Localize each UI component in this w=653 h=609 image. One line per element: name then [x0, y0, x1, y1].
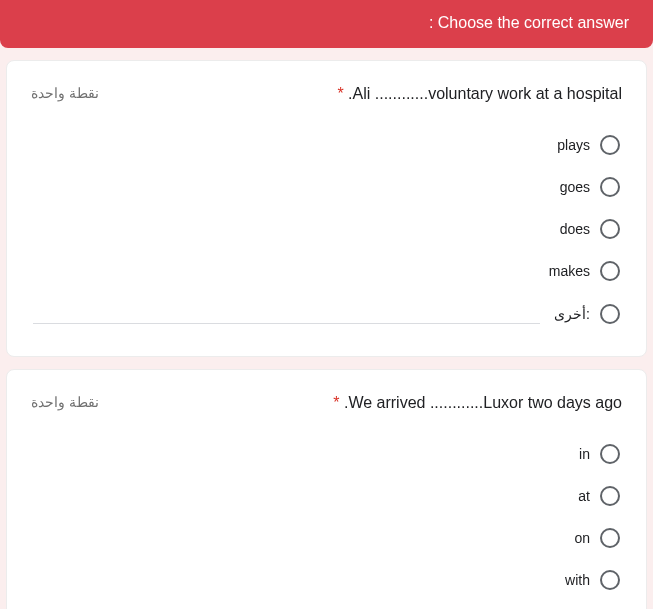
- option-does[interactable]: does: [558, 211, 622, 247]
- other-label: أخرى:: [554, 306, 590, 322]
- radio-icon: [600, 444, 620, 464]
- options-group: plays goes does makes أخرى:: [31, 127, 622, 332]
- question-prompt: .We arrived ............Luxor two days a…: [344, 394, 622, 411]
- option-at[interactable]: at: [576, 478, 622, 514]
- radio-icon: [600, 177, 620, 197]
- question-card-2: نقطة واحدة * .We arrived ............Lux…: [6, 369, 647, 609]
- question-text: * .Ali ............voluntary work at a h…: [337, 85, 622, 103]
- option-label: in: [579, 446, 590, 462]
- option-in[interactable]: in: [577, 436, 622, 472]
- option-label: at: [578, 488, 590, 504]
- section-title: : Choose the correct answer: [429, 14, 629, 31]
- option-with[interactable]: with: [563, 562, 622, 598]
- points-label: نقطة واحدة: [31, 394, 99, 410]
- points-label: نقطة واحدة: [31, 85, 99, 101]
- option-label: on: [574, 530, 590, 546]
- option-makes[interactable]: makes: [547, 253, 622, 289]
- question-card-1: نقطة واحدة * .Ali ............voluntary …: [6, 60, 647, 357]
- required-mark: *: [337, 85, 343, 102]
- question-text: * .We arrived ............Luxor two days…: [333, 394, 622, 412]
- option-other[interactable]: أخرى:: [31, 604, 622, 609]
- required-mark: *: [333, 394, 339, 411]
- option-label: plays: [557, 137, 590, 153]
- option-plays[interactable]: plays: [555, 127, 622, 163]
- option-on[interactable]: on: [572, 520, 622, 556]
- radio-icon: [600, 486, 620, 506]
- radio-icon: [600, 219, 620, 239]
- options-group: in at on with أخرى:: [31, 436, 622, 609]
- option-label: does: [560, 221, 590, 237]
- option-goes[interactable]: goes: [558, 169, 622, 205]
- option-label: with: [565, 572, 590, 588]
- question-header: نقطة واحدة * .We arrived ............Lux…: [31, 394, 622, 412]
- radio-icon: [600, 261, 620, 281]
- option-other[interactable]: أخرى:: [31, 295, 622, 332]
- section-header: : Choose the correct answer: [0, 0, 653, 48]
- other-input[interactable]: [33, 303, 540, 324]
- radio-icon: [600, 570, 620, 590]
- radio-icon: [600, 528, 620, 548]
- question-header: نقطة واحدة * .Ali ............voluntary …: [31, 85, 622, 103]
- radio-icon: [600, 135, 620, 155]
- option-label: goes: [560, 179, 590, 195]
- radio-icon: [600, 304, 620, 324]
- question-prompt: .Ali ............voluntary work at a hos…: [348, 85, 622, 102]
- option-label: makes: [549, 263, 590, 279]
